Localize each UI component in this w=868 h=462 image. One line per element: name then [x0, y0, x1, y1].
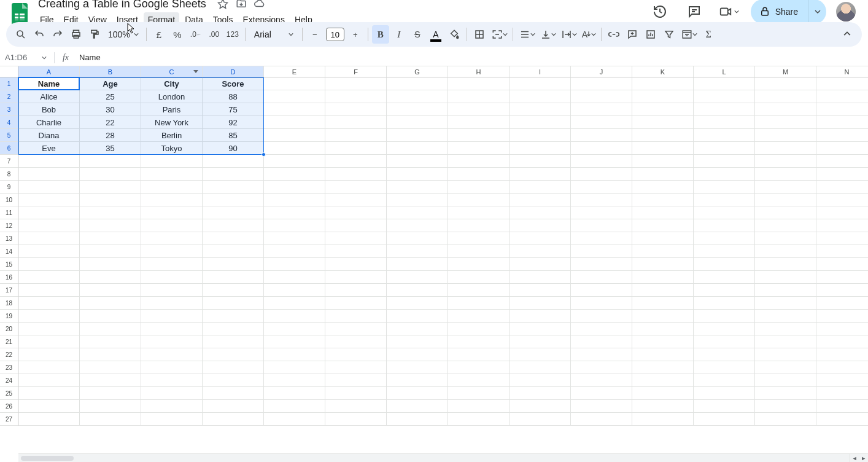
cell-N1[interactable]: [816, 77, 868, 90]
cell-A10[interactable]: [18, 194, 80, 206]
select-all-corner[interactable]: [0, 66, 18, 77]
cell-B8[interactable]: [80, 168, 141, 181]
cell-A18[interactable]: [18, 297, 80, 310]
cell-J15[interactable]: [571, 258, 632, 271]
cell-G13[interactable]: [387, 232, 448, 245]
cell-B19[interactable]: [80, 310, 141, 323]
cell-J16[interactable]: [571, 271, 632, 284]
cell-I16[interactable]: [510, 271, 571, 284]
font-select[interactable]: Arial: [249, 29, 298, 39]
cell-J10[interactable]: [571, 194, 632, 206]
cell-B6[interactable]: 35: [80, 142, 141, 155]
cell-E15[interactable]: [264, 258, 325, 271]
font-size-input[interactable]: [326, 28, 344, 41]
cell-A1[interactable]: Name: [18, 77, 80, 90]
cell-L8[interactable]: [694, 168, 755, 181]
cell-L24[interactable]: [694, 374, 755, 387]
col-header-G[interactable]: G: [387, 66, 448, 77]
cell-C18[interactable]: [141, 297, 203, 310]
cell-I1[interactable]: [510, 77, 571, 90]
redo-icon[interactable]: [49, 25, 66, 44]
cell-B2[interactable]: 25: [80, 90, 141, 103]
cell-D6[interactable]: 90: [203, 142, 264, 155]
cell-E20[interactable]: [264, 323, 325, 335]
cell-D19[interactable]: [203, 310, 264, 323]
row-header-15[interactable]: 15: [0, 258, 18, 271]
row-header-1[interactable]: 1: [0, 77, 18, 90]
cell-L14[interactable]: [694, 245, 755, 258]
cell-A8[interactable]: [18, 168, 80, 181]
cell-F17[interactable]: [325, 284, 387, 297]
cell-L10[interactable]: [694, 194, 755, 206]
cell-G25[interactable]: [387, 387, 448, 400]
cell-I11[interactable]: [510, 206, 571, 219]
cell-A7[interactable]: [18, 155, 80, 168]
cell-G23[interactable]: [387, 361, 448, 374]
cell-C7[interactable]: [141, 155, 203, 168]
cell-K22[interactable]: [632, 348, 694, 361]
cell-D12[interactable]: [203, 219, 264, 232]
paint-format-icon[interactable]: [86, 25, 103, 44]
cell-M24[interactable]: [755, 374, 816, 387]
cell-E12[interactable]: [264, 219, 325, 232]
cell-H16[interactable]: [448, 271, 510, 284]
cell-A19[interactable]: [18, 310, 80, 323]
cell-A25[interactable]: [18, 387, 80, 400]
cell-D25[interactable]: [203, 387, 264, 400]
cell-J1[interactable]: [571, 77, 632, 90]
cell-J14[interactable]: [571, 245, 632, 258]
cell-C8[interactable]: [141, 168, 203, 181]
cell-M7[interactable]: [755, 155, 816, 168]
cell-A20[interactable]: [18, 323, 80, 335]
cell-M1[interactable]: [755, 77, 816, 90]
cell-M13[interactable]: [755, 232, 816, 245]
col-header-H[interactable]: H: [448, 66, 510, 77]
cell-K24[interactable]: [632, 374, 694, 387]
row-header-22[interactable]: 22: [0, 348, 18, 361]
cell-K4[interactable]: [632, 116, 694, 129]
cell-D21[interactable]: [203, 335, 264, 348]
cell-G7[interactable]: [387, 155, 448, 168]
cell-F15[interactable]: [325, 258, 387, 271]
insert-comment-button[interactable]: [624, 25, 641, 44]
italic-button[interactable]: I: [390, 25, 408, 44]
cell-H12[interactable]: [448, 219, 510, 232]
row-header-17[interactable]: 17: [0, 284, 18, 297]
cell-N2[interactable]: [816, 90, 868, 103]
cell-L3[interactable]: [694, 103, 755, 116]
row-header-8[interactable]: 8: [0, 168, 18, 181]
cell-H15[interactable]: [448, 258, 510, 271]
cell-I24[interactable]: [510, 374, 571, 387]
cell-E10[interactable]: [264, 194, 325, 206]
cell-D13[interactable]: [203, 232, 264, 245]
cell-M6[interactable]: [755, 142, 816, 155]
cell-L6[interactable]: [694, 142, 755, 155]
cell-K15[interactable]: [632, 258, 694, 271]
cell-N12[interactable]: [816, 219, 868, 232]
cell-A2[interactable]: Alice: [18, 90, 80, 103]
cell-H1[interactable]: [448, 77, 510, 90]
cell-A22[interactable]: [18, 348, 80, 361]
cell-B1[interactable]: Age: [80, 77, 141, 90]
cell-N6[interactable]: [816, 142, 868, 155]
cell-L20[interactable]: [694, 323, 755, 335]
cell-K25[interactable]: [632, 387, 694, 400]
cell-N8[interactable]: [816, 168, 868, 181]
cell-G15[interactable]: [387, 258, 448, 271]
cell-E1[interactable]: [264, 77, 325, 90]
cell-M27[interactable]: [755, 413, 816, 426]
cell-M9[interactable]: [755, 181, 816, 194]
cell-M25[interactable]: [755, 387, 816, 400]
cell-D2[interactable]: 88: [203, 90, 264, 103]
cell-L26[interactable]: [694, 400, 755, 413]
cell-N3[interactable]: [816, 103, 868, 116]
cell-K23[interactable]: [632, 361, 694, 374]
currency-icon[interactable]: £: [150, 25, 168, 44]
cell-G10[interactable]: [387, 194, 448, 206]
cell-B7[interactable]: [80, 155, 141, 168]
cell-G11[interactable]: [387, 206, 448, 219]
cell-A24[interactable]: [18, 374, 80, 387]
cell-K6[interactable]: [632, 142, 694, 155]
cell-B25[interactable]: [80, 387, 141, 400]
cell-M16[interactable]: [755, 271, 816, 284]
